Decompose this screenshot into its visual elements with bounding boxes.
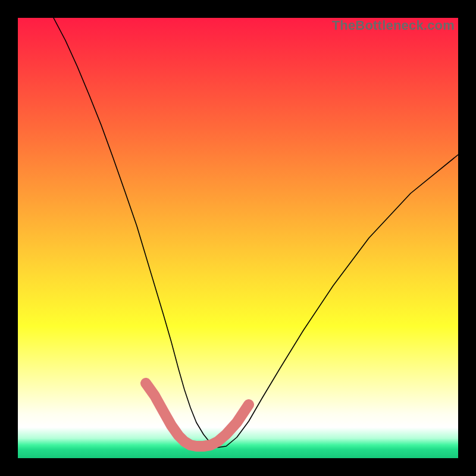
chart-frame: TheBottleneck.com	[18, 18, 458, 458]
bottleneck-curve	[54, 18, 458, 447]
bottleneck-plot	[18, 18, 458, 458]
highlight-band	[146, 383, 249, 446]
